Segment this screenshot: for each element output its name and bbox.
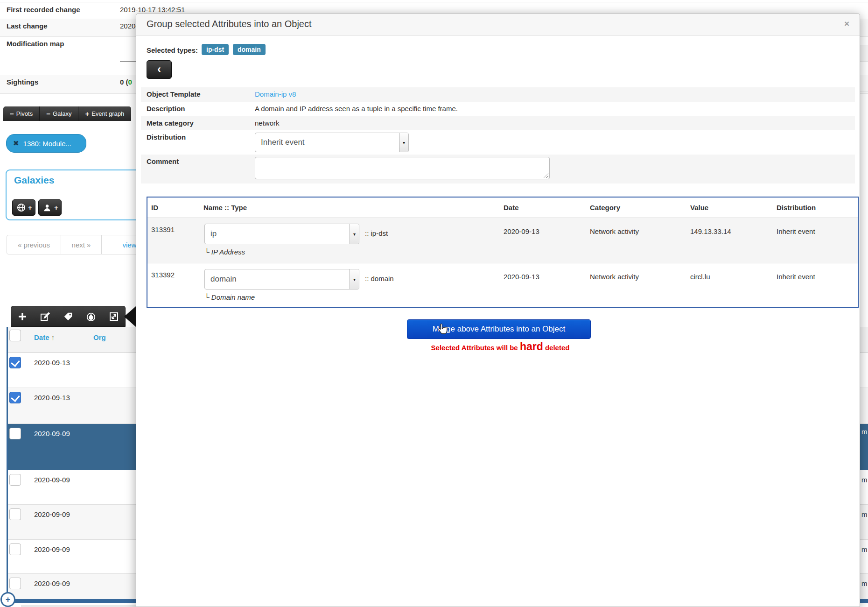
add-attribute-inline-button[interactable]: + xyxy=(0,592,15,607)
attr-category: Network activity xyxy=(590,227,639,235)
id-header: ID xyxy=(151,204,158,212)
back-button[interactable]: ‹ xyxy=(147,60,172,79)
row-org-text: m xyxy=(861,428,868,436)
person-icon xyxy=(42,202,53,213)
previous-page-button[interactable]: « previous xyxy=(7,235,61,254)
sort-by-org-header[interactable]: Org xyxy=(93,333,106,341)
attribute-toolbar xyxy=(11,306,126,327)
description-label: Description xyxy=(147,105,185,113)
distribution-select-value: Inherit event xyxy=(255,138,399,147)
form-row-description: Description A domain and IP address seen… xyxy=(141,102,855,116)
pivot-module-pill[interactable]: ✖ 1380: Module... xyxy=(6,134,86,153)
edit-icon[interactable] xyxy=(40,311,51,322)
globe-icon xyxy=(15,202,27,213)
add-galaxy-button[interactable]: + xyxy=(12,199,35,216)
galaxy-toggle-button[interactable]: − Galaxy xyxy=(40,106,78,121)
add-local-galaxy-button[interactable]: + xyxy=(38,199,62,216)
type-badge-domain: domain xyxy=(233,44,266,55)
selected-types-label: Selected types: xyxy=(147,46,198,54)
attr-subtext-label: Domain name xyxy=(211,293,255,301)
sort-by-date-header[interactable]: Date ↑ xyxy=(34,333,55,341)
row-checkbox[interactable] xyxy=(9,357,21,368)
attr-distribution: Inherit event xyxy=(777,227,815,235)
hard-delete-warning: Selected Attributes will be hard deleted xyxy=(337,340,664,353)
row-date: 2020-09-13 xyxy=(34,394,70,402)
corner-glyph: └ xyxy=(204,248,210,256)
row-org-text: m xyxy=(861,476,868,484)
resize-handle[interactable] xyxy=(543,173,548,178)
select-all-checkbox[interactable] xyxy=(9,330,21,341)
comment-label: Comment xyxy=(147,157,179,165)
merge-attributes-button[interactable]: Merge above Attributes into an Object xyxy=(407,319,591,339)
attr-name-select[interactable]: domain ▾ xyxy=(204,269,359,289)
event-graph-label: Event graph xyxy=(91,110,124,117)
caret-down-icon: ▾ xyxy=(353,232,356,237)
row-date: 2020-09-09 xyxy=(34,545,70,553)
next-label: next » xyxy=(72,241,91,249)
view-toggle-bar: − Pivots − Galaxy + Event graph xyxy=(3,106,131,121)
attr-type-suffix: :: ip-dst xyxy=(365,229,388,237)
merge-table-row: 313392 domain ▾ :: domain └ Domain name … xyxy=(147,263,858,307)
warning-hard: hard xyxy=(520,340,543,353)
warning-pre: Selected Attributes will be xyxy=(431,344,520,352)
table-header-row: ID Name :: Type Date Category Value Dist… xyxy=(147,198,858,218)
form-row-distribution: Distribution xyxy=(141,130,855,155)
row-checkbox[interactable] xyxy=(9,474,21,486)
close-icon[interactable]: × xyxy=(844,19,849,29)
comment-textarea[interactable] xyxy=(255,157,550,179)
modal-header: Group selected Attributes into an Object… xyxy=(136,14,860,36)
chevron-left-icon: ‹ xyxy=(157,63,161,76)
merge-button-label: Merge above Attributes into an Object xyxy=(433,325,565,334)
distribution-select[interactable]: Inherit event ▾ xyxy=(255,133,409,152)
row-checkbox[interactable] xyxy=(9,543,21,555)
date-header-label: Date xyxy=(34,333,49,341)
warning-post: deleted xyxy=(543,344,570,352)
type-badge-ip-dst: ip-dst xyxy=(202,44,229,55)
attr-value: circl.lu xyxy=(690,273,710,281)
attr-subtext: └ IP Address xyxy=(204,248,245,256)
attr-type-suffix: :: domain xyxy=(365,275,394,282)
dropdown-arrow-icon[interactable]: ▾ xyxy=(350,269,359,289)
misp-event-page: First recorded change 2019-10-17 13:42:5… xyxy=(0,0,868,607)
sightings-label: Sightings xyxy=(7,78,38,86)
row-checkbox[interactable] xyxy=(9,428,21,439)
right-sliver-line xyxy=(860,92,868,92)
last-change-label: Last change xyxy=(7,22,48,30)
distribution-header: Distribution xyxy=(777,204,816,212)
next-page-button[interactable]: next » xyxy=(61,235,102,254)
select-all-icon[interactable] xyxy=(108,311,119,322)
row-org-text: m xyxy=(861,545,868,553)
last-change-value: 2020- xyxy=(120,22,138,30)
first-recorded-change-label: First recorded change xyxy=(7,6,80,14)
attr-name-select[interactable]: ip ▾ xyxy=(204,224,359,244)
pivots-toggle-button[interactable]: − Pivots xyxy=(3,106,40,121)
add-attribute-icon[interactable] xyxy=(17,311,28,322)
category-header: Category xyxy=(590,204,620,212)
collapse-arrow-icon[interactable] xyxy=(124,306,136,327)
row-checkbox[interactable] xyxy=(9,508,21,520)
attr-id: 313392 xyxy=(151,271,175,279)
value-header: Value xyxy=(690,204,708,212)
meta-category-label: Meta category xyxy=(147,119,194,127)
tag-icon[interactable] xyxy=(63,311,74,322)
attr-value: 149.13.33.14 xyxy=(690,227,731,235)
galaxy-rebel-icon[interactable] xyxy=(85,311,97,322)
group-attributes-modal: Group selected Attributes into an Object… xyxy=(136,13,860,607)
attr-id: 313391 xyxy=(151,226,175,233)
name-type-header: Name :: Type xyxy=(203,204,247,212)
dropdown-arrow-icon[interactable]: ▾ xyxy=(350,224,359,244)
attr-subtext-label: IP Address xyxy=(211,248,245,256)
galaxy-label: Galaxy xyxy=(53,110,71,117)
event-graph-toggle-button[interactable]: + Event graph xyxy=(78,106,131,121)
row-date: 2020-09-09 xyxy=(34,476,70,484)
dropdown-arrow-icon[interactable]: ▾ xyxy=(399,133,408,152)
row-checkbox[interactable] xyxy=(9,578,21,589)
object-template-link[interactable]: Domain-ip v8 xyxy=(255,90,296,98)
caret-down-icon: ▾ xyxy=(403,140,405,145)
close-icon[interactable]: ✖ xyxy=(13,139,19,148)
plus-icon: + xyxy=(6,595,11,605)
attr-name-value: ip xyxy=(205,229,350,239)
plus-icon: + xyxy=(28,204,32,212)
sightings-count: 0 ( xyxy=(120,78,128,86)
row-checkbox[interactable] xyxy=(9,392,21,403)
